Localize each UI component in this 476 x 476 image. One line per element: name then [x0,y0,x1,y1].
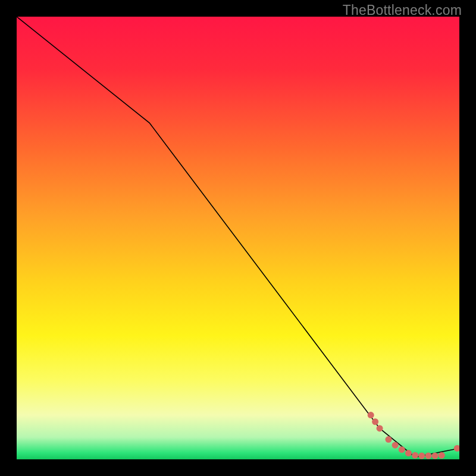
marker-dot [418,453,425,459]
marker-dot [425,453,431,459]
marker-dot [392,442,399,449]
marker-dot [372,418,378,425]
marker-dot [368,412,374,418]
chart-container: TheBottleneck.com [0,0,476,476]
marker-dot [385,436,392,443]
marker-dot [405,450,412,456]
marker-dot [432,453,439,459]
bottleneck-chart [0,0,476,476]
marker-dot [399,446,405,453]
marker-dot [439,452,445,459]
gradient-background [17,17,459,459]
marker-dot [454,445,461,452]
watermark-label: TheBottleneck.com [343,2,462,18]
marker-dot [377,425,383,431]
marker-dot [412,452,418,459]
